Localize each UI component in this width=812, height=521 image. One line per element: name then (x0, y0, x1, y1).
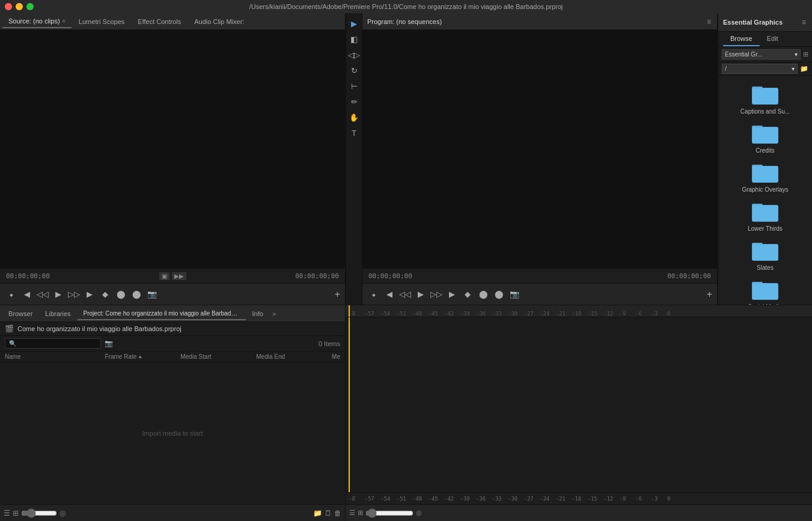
list-view-button[interactable]: ☰ (4, 509, 10, 517)
ruler-numbers: -8-57-54-51-48-45-42-39-36-33-30-27-24-2… (346, 305, 812, 317)
eg-folder-item[interactable]: Captions and Su... (721, 81, 810, 117)
window-title: /Users/kiariii/Documents/Adobe/Premiere … (249, 3, 563, 10)
source-mark-out-button[interactable]: ◆ (99, 288, 112, 301)
maximize-button[interactable] (26, 3, 34, 10)
footer-tick: -36 (476, 496, 486, 502)
eg-path-dropdown[interactable]: / ▾ (722, 64, 798, 74)
ruler-tick: -54 (380, 311, 390, 317)
program-next-frame-button[interactable]: ▶ (445, 288, 459, 301)
rotate-tool-button[interactable]: ↻ (347, 64, 361, 77)
track-select-fwd-tool-button[interactable]: ◧ (347, 32, 361, 46)
source-play-button[interactable]: ▶ (52, 288, 65, 301)
eg-edit-tab[interactable]: Edit (760, 32, 786, 46)
source-step-back-button[interactable]: ◁◁ (36, 288, 49, 301)
eg-folder-item[interactable]: Slates (721, 237, 810, 273)
playhead-ruler-marker (349, 305, 350, 317)
eg-source-dropdown[interactable]: Essential Gr... ▾ (722, 49, 801, 59)
footer-tick: -6 (635, 496, 642, 502)
program-step-back-button[interactable]: ◁◁ (398, 288, 412, 301)
eg-folder-item[interactable]: Lower Thirds (721, 198, 810, 234)
source-ovr-button[interactable]: ⬤ (130, 288, 143, 301)
eg-panel-header: Essential Graphics ≡ (718, 13, 812, 32)
tab-source[interactable]: Source: (no clips) ≡ (2, 15, 72, 28)
source-step-fwd-button[interactable]: ▷▷ (67, 288, 81, 301)
new-bin-button[interactable]: 📁 (313, 509, 322, 517)
program-camera-button[interactable]: 📷 (508, 288, 521, 301)
ripple-edit-tool-button[interactable]: ◁▷ (347, 48, 361, 61)
eg-browse-folder-icon[interactable]: 📁 (800, 65, 808, 73)
project-zoom-slider[interactable] (21, 508, 57, 518)
ruler-tick: -57 (365, 311, 374, 317)
folder-icon (752, 200, 778, 223)
tab-lumetri[interactable]: Lumetri Scopes (73, 16, 130, 28)
source-camera-button[interactable]: 📷 (145, 288, 159, 301)
type-tool-button[interactable]: T (347, 126, 361, 139)
program-panel-menu-icon[interactable]: ≡ (706, 16, 712, 27)
eg-folder-item[interactable]: Credits (721, 120, 810, 156)
delete-button[interactable]: 🗑 (334, 509, 341, 517)
timeline-grid-view-button[interactable]: ⊞ (358, 509, 363, 517)
source-tab-menu-icon[interactable]: ≡ (63, 18, 66, 24)
timeline-list-view-button[interactable]: ☰ (349, 509, 355, 517)
source-step-forward-button[interactable]: ▶▶ (172, 272, 186, 280)
eg-browse-tab[interactable]: Browse (723, 32, 760, 46)
program-play-button[interactable]: ▶ (414, 288, 427, 301)
minimize-button[interactable] (16, 3, 23, 10)
project-search-input[interactable] (19, 340, 97, 347)
col-header-more[interactable]: Me (332, 353, 340, 360)
timeline-zoom-slider[interactable] (365, 508, 414, 518)
program-add-button[interactable]: + (707, 289, 712, 300)
program-mark-in-button[interactable]: ⬥ (367, 288, 380, 301)
eg-item-label: Lower Thirds (748, 225, 783, 232)
source-mark-in-button[interactable]: ⬥ (5, 288, 18, 301)
project-panel-collapse-icon[interactable]: » (272, 310, 276, 317)
project-tab-menu-icon[interactable]: ≡ (240, 309, 246, 318)
ruler-tick: -45 (429, 311, 438, 317)
svg-rect-8 (752, 166, 778, 182)
col-header-media-start[interactable]: Media Start (180, 353, 254, 360)
project-panel-header: 🎬 Come ho organizzato il mio viaggio all… (0, 322, 345, 336)
tab-project[interactable]: Project: Come ho organizzato il mio viag… (78, 307, 246, 320)
timeline-content-area[interactable] (346, 317, 812, 492)
eg-folder-item[interactable]: Social Media (721, 276, 810, 305)
tab-audio-clip-mixer[interactable]: Audio Clip Mixer: (188, 16, 250, 28)
icon-view-button[interactable]: ⊞ (13, 509, 19, 517)
tab-effect-controls[interactable]: Effect Controls (132, 16, 187, 28)
program-ovr-button[interactable]: ⬤ (492, 288, 505, 301)
col-header-framerate[interactable]: Frame Rate ▲ (105, 353, 178, 360)
new-item-button[interactable]: 🗒 (325, 509, 332, 517)
col-header-name[interactable]: Name (5, 353, 102, 360)
ruler-tick: 0 (667, 311, 670, 317)
slip-tool-button[interactable]: ⊢ (347, 79, 361, 93)
project-icon-camera[interactable]: 📷 (105, 340, 113, 347)
source-prev-frame-button[interactable]: ◀ (20, 288, 34, 301)
ruler-tick: -39 (460, 311, 470, 317)
timeline-settings-button[interactable]: ◎ (416, 509, 422, 517)
ruler-tick: -21 (556, 311, 566, 317)
svg-rect-2 (752, 88, 778, 104)
hand-tool-button[interactable]: ✋ (347, 111, 361, 124)
project-search-box[interactable]: 🔍 (5, 338, 101, 349)
program-mark-out-button[interactable]: ◆ (461, 288, 474, 301)
eg-manage-icon[interactable]: ⊞ (803, 50, 808, 58)
titlebar: /Users/kiariii/Documents/Adobe/Premiere … (0, 0, 812, 13)
selection-tool-button[interactable]: ▶ (347, 17, 361, 30)
program-ins-button[interactable]: ⬤ (477, 288, 490, 301)
close-button[interactable] (5, 3, 12, 10)
tab-libraries[interactable]: Libraries (39, 308, 76, 320)
ruler-tick: -24 (540, 311, 549, 317)
program-step-fwd-button[interactable]: ▷▷ (430, 288, 443, 301)
pen-tool-button[interactable]: ✏ (347, 95, 361, 108)
col-header-media-end[interactable]: Media End (256, 353, 329, 360)
source-marker-button[interactable]: ▣ (159, 272, 169, 280)
tab-info[interactable]: Info (246, 308, 269, 320)
eg-panel-menu-icon[interactable]: ≡ (801, 17, 807, 28)
project-settings-icon[interactable]: ◎ (60, 509, 66, 517)
source-next-frame-button[interactable]: ▶ (83, 288, 96, 301)
source-ins-button[interactable]: ⬤ (114, 288, 127, 301)
eg-folder-item[interactable]: Graphic Overlays (721, 159, 810, 195)
source-add-button[interactable]: + (335, 289, 340, 300)
program-prev-frame-button[interactable]: ◀ (383, 288, 396, 301)
footer-tick: -42 (444, 496, 454, 502)
tab-browser[interactable]: Browser (2, 308, 38, 320)
